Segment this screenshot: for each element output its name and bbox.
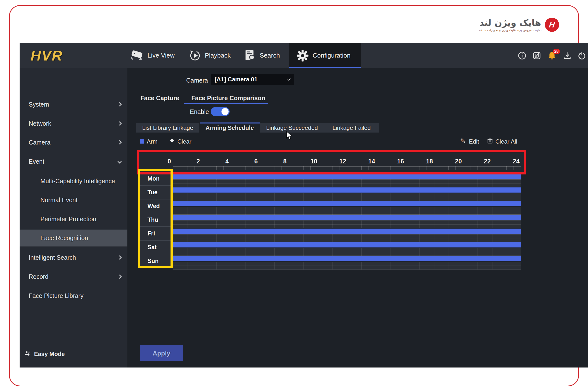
page: هایک ویژن لند نماینده فروش برند هایک ویژ…	[0, 0, 588, 392]
topnav-item-search[interactable]: Search	[244, 43, 280, 68]
subtab-linkage-succeeded[interactable]: Linkage Succeeded	[260, 123, 324, 132]
hour-label: 6	[249, 158, 264, 165]
day-label-fri[interactable]: Fri	[139, 227, 171, 240]
display-off-icon[interactable]	[533, 52, 541, 60]
topnav-item-playback[interactable]: Playback	[189, 43, 231, 68]
legend-divider	[165, 137, 165, 146]
day-label-mon[interactable]: Mon	[139, 172, 171, 186]
schedule-row-mon[interactable]	[173, 174, 521, 179]
camera-label: Camera	[186, 77, 208, 84]
tab-face-capture[interactable]: Face Capture	[140, 94, 179, 103]
hour-label: 14	[364, 158, 379, 165]
sidebar-item-event[interactable]: Event	[20, 156, 128, 167]
sidebar-item-label: Face Recognition	[40, 234, 88, 242]
enable-label: Enable	[190, 108, 209, 116]
day-label-sun[interactable]: Sun	[139, 254, 171, 268]
hour-label: 18	[422, 158, 437, 165]
hour-label: 2	[191, 158, 206, 165]
schedule-row-sat[interactable]	[173, 242, 521, 248]
partner-name: هایک ویژن لند	[480, 18, 541, 28]
clear-all-button[interactable]: Clear All	[496, 138, 517, 145]
sidebar-item-label: Face Picture Library	[29, 292, 84, 300]
sidebar-item-face-picture-library[interactable]: Face Picture Library	[20, 290, 128, 301]
schedule-row-grid[interactable]	[173, 193, 521, 201]
schedule-row-grid[interactable]	[173, 220, 521, 228]
day-label-thu[interactable]: Thu	[139, 213, 171, 227]
download-icon[interactable]	[563, 52, 571, 60]
topnav-label: Configuration	[312, 52, 350, 59]
day-label-column: MonTueWedThuFriSatSun	[139, 172, 171, 268]
chevron-down-icon	[287, 77, 291, 81]
armed-period[interactable]	[173, 242, 521, 248]
schedule-row-grid[interactable]	[173, 207, 521, 214]
eraser-icon	[169, 137, 175, 145]
armed-period[interactable]	[173, 174, 521, 179]
schedule-row-thu[interactable]	[173, 215, 521, 220]
sidebar-item-intelligent-search[interactable]: Intelligent Search	[20, 252, 128, 263]
subtab-list-library-linkage[interactable]: List Library Linkage	[136, 123, 199, 132]
partner-tagline: نماینده فروش برند هایک ویژن و تجهیزات شب…	[479, 28, 542, 32]
day-label-wed[interactable]: Wed	[139, 200, 171, 213]
power-icon[interactable]	[578, 52, 586, 60]
hour-label: 8	[278, 158, 292, 165]
status-icons: 28	[518, 43, 586, 68]
hour-label: 24	[509, 158, 524, 165]
camera-select-value: [A1] Camera 01	[214, 76, 258, 83]
schedule-row-fri[interactable]	[173, 228, 521, 234]
armed-period[interactable]	[173, 201, 521, 206]
schedule-row-grid[interactable]	[173, 248, 521, 256]
hour-label: 22	[480, 158, 495, 165]
sidebar-item-label: System	[29, 101, 49, 108]
sidebar-item-normal-event[interactable]: Normal Event	[20, 194, 128, 205]
schedule-row-grid[interactable]	[173, 179, 521, 187]
clear-button[interactable]: Clear	[178, 138, 191, 145]
gear-icon	[296, 50, 309, 62]
partner-logo-icon: H	[545, 18, 559, 32]
sidebar-item-multi-capability-intelligence[interactable]: Multi-Capability Intelligence	[20, 176, 128, 186]
enable-toggle[interactable]	[211, 107, 230, 116]
camera-select[interactable]: [A1] Camera 01	[211, 74, 294, 85]
subtab-arming-schedule[interactable]: Arming Schedule	[200, 122, 260, 132]
chevron-right-icon	[118, 122, 122, 126]
sidebar-item-camera[interactable]: Camera	[20, 137, 128, 148]
search-icon	[244, 50, 256, 62]
hour-label: 12	[336, 158, 350, 165]
topnav-item-configuration[interactable]: Configuration	[289, 43, 361, 68]
hour-label: 0	[162, 158, 177, 165]
sidebar-item-system[interactable]: System	[20, 99, 128, 110]
hour-label: 20	[451, 158, 466, 165]
apply-button[interactable]: Apply	[140, 345, 183, 362]
schedule-row-tue[interactable]	[173, 188, 521, 192]
armed-period[interactable]	[173, 228, 521, 234]
app-card: هایک ویژن لند نماینده فروش برند هایک ویژ…	[9, 5, 579, 386]
trash-icon	[487, 137, 493, 146]
schedule-grid[interactable]	[173, 172, 521, 270]
schedule-row-sun[interactable]	[173, 256, 521, 261]
day-label-sat[interactable]: Sat	[139, 240, 171, 254]
edit-button[interactable]: Edit	[469, 138, 479, 145]
schedule-row-grid[interactable]	[173, 234, 521, 242]
tab-face-picture-comparison[interactable]: Face Picture Comparison	[191, 94, 265, 103]
schedule-row-wed[interactable]	[173, 201, 521, 206]
sidebar-item-perimeter-protection[interactable]: Perimeter Protection	[20, 214, 128, 224]
top-navigation: HVR Live ViewPlaybackSearchConfiguration…	[20, 43, 588, 68]
info-icon[interactable]	[518, 52, 526, 60]
easy-mode-button[interactable]: Easy Mode	[24, 350, 65, 358]
armed-period[interactable]	[173, 256, 521, 261]
day-label-tue[interactable]: Tue	[139, 186, 171, 200]
alarm-bell-icon[interactable]: 28	[547, 51, 557, 60]
sidebar-item-record[interactable]: Record	[20, 271, 128, 282]
chevron-right-icon	[118, 102, 122, 106]
schedule-row-grid[interactable]	[173, 262, 521, 270]
subtab-linkage-failed[interactable]: Linkage Failed	[324, 123, 379, 132]
topnav-item-live-view[interactable]: Live View	[130, 43, 175, 68]
hour-labels: 024681012141618202224	[139, 158, 524, 166]
armed-period[interactable]	[173, 215, 521, 220]
chevron-right-icon	[118, 256, 122, 260]
sidebar-item-face-recognition[interactable]: Face Recognition	[20, 230, 128, 246]
swap-arrows-icon	[24, 350, 31, 358]
subtabs: List Library LinkageArming ScheduleLinka…	[136, 123, 379, 133]
sidebar-item-network[interactable]: Network	[20, 118, 128, 129]
chevron-right-icon	[118, 275, 122, 279]
armed-period[interactable]	[173, 188, 521, 192]
